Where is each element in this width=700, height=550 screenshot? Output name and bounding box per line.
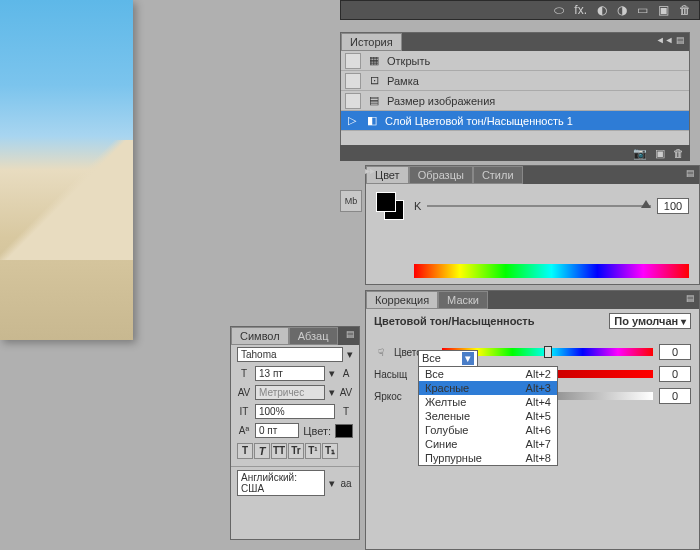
vscale-icon: IT <box>237 405 251 419</box>
dd-item-cyan[interactable]: ГолубыеAlt+6 <box>419 423 557 437</box>
history-row[interactable]: ⊡ Рамка <box>341 71 689 91</box>
tracking-icon: AV <box>339 386 353 400</box>
chevron-down-icon[interactable]: ▾ <box>329 367 335 380</box>
snapshot-slot <box>345 53 361 69</box>
size-icon: T <box>237 367 251 381</box>
dd-item-red[interactable]: КрасныеAlt+3 <box>419 381 557 395</box>
k-value[interactable]: 100 <box>657 198 689 214</box>
channel-dropdown-list: ВсеAlt+2 КрасныеAlt+3 ЖелтыеAlt+4 Зелены… <box>418 366 558 466</box>
history-label: Открыть <box>387 55 430 67</box>
adjust-title: Цветовой тон/Насыщенность <box>374 315 535 327</box>
k-slider[interactable] <box>427 205 651 207</box>
type-styles: T T TT Tr T¹ T₁ <box>231 440 359 462</box>
superscript-button[interactable]: T¹ <box>305 443 321 459</box>
color-ramp[interactable] <box>414 264 689 278</box>
allcaps-button[interactable]: TT <box>271 443 287 459</box>
aa-icon: aa <box>339 476 353 490</box>
italic-button[interactable]: T <box>254 443 270 459</box>
mb-button[interactable]: Mb <box>340 190 362 212</box>
font-select[interactable]: Tahoma <box>237 347 343 362</box>
folder-icon[interactable]: ▭ <box>637 3 648 17</box>
adjustment-layer-icon: ◧ <box>365 114 379 128</box>
menu-icon[interactable]: ▤ <box>686 168 695 178</box>
size-input[interactable]: 13 пт <box>255 366 325 381</box>
resize-icon: ▤ <box>367 94 381 108</box>
baseline-icon: Aª <box>237 424 251 438</box>
history-footer: 📷 ▣ 🗑 <box>340 145 690 161</box>
tab-styles[interactable]: Стили <box>473 166 523 184</box>
fx-icon[interactable]: fx. <box>574 3 587 17</box>
dd-item-all[interactable]: ВсеAlt+2 <box>419 367 557 381</box>
tab-masks[interactable]: Маски <box>438 291 488 309</box>
pointer-icon: ▷ <box>345 114 359 128</box>
snapshot-slot <box>345 93 361 109</box>
snapshot-slot <box>345 73 361 89</box>
chevron-down-icon[interactable]: ▾ <box>329 386 335 399</box>
dd-item-blue[interactable]: СиниеAlt+7 <box>419 437 557 451</box>
history-label: Размер изображения <box>387 95 495 107</box>
menu-icon[interactable]: ▤ <box>346 329 355 339</box>
color-panel: Цвет Образцы Стили ▤ K 100 <box>365 165 700 285</box>
light-label: Яркос <box>374 391 416 402</box>
kerning-icon: AV <box>237 386 251 400</box>
camera-icon[interactable]: 📷 <box>633 147 647 160</box>
history-label: Рамка <box>387 75 419 87</box>
sat-label: Насыщ <box>374 369 416 380</box>
new-icon[interactable]: ▣ <box>658 3 669 17</box>
preset-select[interactable]: По умолчан ▾ <box>609 313 691 329</box>
dropdown-value: Все <box>422 352 441 365</box>
chevron-down-icon[interactable]: ▾ <box>462 352 474 365</box>
history-row[interactable]: ▦ Открыть <box>341 51 689 71</box>
baseline-input[interactable]: 0 пт <box>255 423 299 438</box>
layers-toolbar: ⬭ fx. ◐ ◑ ▭ ▣ 🗑 <box>340 0 700 20</box>
trash-icon[interactable]: 🗑 <box>673 147 684 159</box>
language-select[interactable]: Английский: США <box>237 470 325 496</box>
dd-item-magenta[interactable]: ПурпурныеAlt+8 <box>419 451 557 465</box>
trash-icon[interactable]: 🗑 <box>679 3 691 17</box>
tab-history[interactable]: История <box>341 33 402 51</box>
new-state-icon[interactable]: ▣ <box>655 147 665 160</box>
character-panel: Символ Абзац ▤ Tahoma▾ T 13 пт ▾ A AV Ме… <box>230 326 360 540</box>
text-color-swatch[interactable] <box>335 424 353 438</box>
hscale-icon: T <box>339 405 353 419</box>
leading-icon: A <box>339 367 353 381</box>
history-panel: История ◄◄ ▤ ▦ Открыть ⊡ Рамка ▤ Размер … <box>340 32 690 160</box>
channel-label: K <box>414 200 421 212</box>
sat-value[interactable]: 0 <box>659 366 691 382</box>
color-swatch[interactable] <box>376 192 404 220</box>
hue-value[interactable]: 0 <box>659 344 691 360</box>
channel-dropdown[interactable]: Все ▾ <box>418 350 478 367</box>
tab-swatches[interactable]: Образцы <box>409 166 473 184</box>
history-list: ▦ Открыть ⊡ Рамка ▤ Размер изображения ▷… <box>341 51 689 131</box>
dd-item-green[interactable]: ЗеленыеAlt+5 <box>419 409 557 423</box>
dd-item-yellow[interactable]: ЖелтыеAlt+4 <box>419 395 557 409</box>
color-label: Цвет: <box>303 425 331 437</box>
open-icon: ▦ <box>367 54 381 68</box>
kerning-input[interactable]: Метричес <box>255 385 325 400</box>
tab-character[interactable]: Символ <box>231 327 289 345</box>
fg-color[interactable] <box>376 192 396 212</box>
menu-icon[interactable]: ▤ <box>686 293 695 303</box>
bold-button[interactable]: T <box>237 443 253 459</box>
history-row[interactable]: ▤ Размер изображения <box>341 91 689 111</box>
link-icon[interactable]: ⬭ <box>554 3 564 17</box>
chevron-down-icon[interactable]: ▾ <box>329 477 335 490</box>
document-canvas[interactable] <box>0 0 133 340</box>
history-label: Слой Цветовой тон/Насыщенность 1 <box>385 115 573 127</box>
chevron-down-icon[interactable]: ▾ <box>347 348 353 361</box>
crop-icon: ⊡ <box>367 74 381 88</box>
subscript-button[interactable]: T₁ <box>322 443 338 459</box>
tab-paragraph[interactable]: Абзац <box>289 327 338 345</box>
adjust-icon[interactable]: ◑ <box>617 3 627 17</box>
targeted-tool-icon[interactable]: ☟ <box>374 345 388 359</box>
mask-icon[interactable]: ◐ <box>597 3 607 17</box>
expand-icon[interactable]: ▸▸ <box>365 165 375 176</box>
smallcaps-button[interactable]: Tr <box>288 443 304 459</box>
vscale-input[interactable]: 100% <box>255 404 335 419</box>
light-value[interactable]: 0 <box>659 388 691 404</box>
collapse-icon[interactable]: ◄◄ ▤ <box>656 35 685 45</box>
history-row[interactable]: ▷ ◧ Слой Цветовой тон/Насыщенность 1 <box>341 111 689 131</box>
tab-correction[interactable]: Коррекция <box>366 291 438 309</box>
